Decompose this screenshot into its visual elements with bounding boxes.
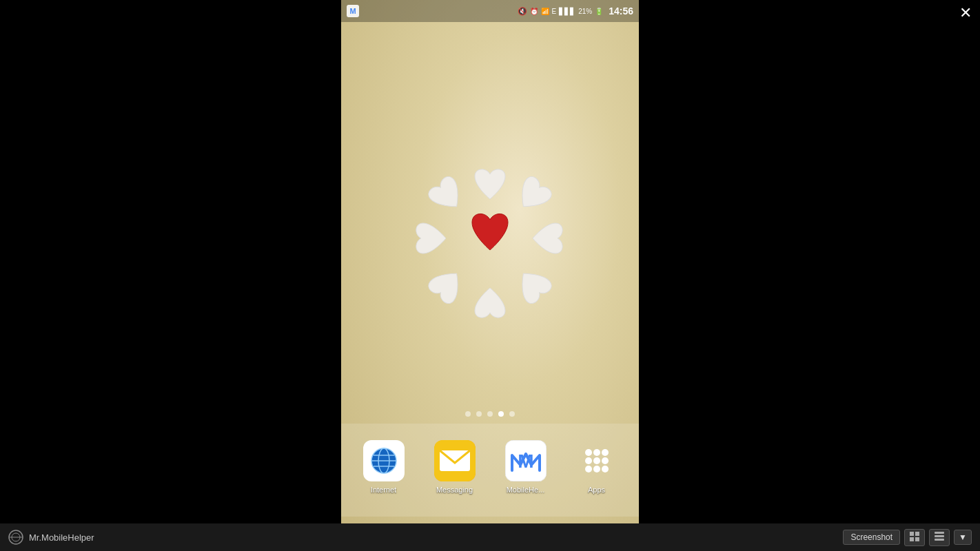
branding-name: Mr.MobileHelper <box>29 532 94 543</box>
svg-rect-28 <box>935 532 944 534</box>
screenshot-button[interactable]: Screenshot <box>843 530 900 545</box>
hearts-area <box>394 156 586 349</box>
page-dot-5[interactable] <box>509 411 515 417</box>
mobilehelper-icon: M <box>505 440 547 481</box>
svg-point-20 <box>602 466 609 472</box>
dock-item-mobilehelper[interactable]: M MobileHe... <box>505 440 547 494</box>
dropdown-button[interactable]: ▼ <box>954 530 972 545</box>
network-type: E <box>552 8 557 15</box>
mute-icon: 🔇 <box>518 7 527 16</box>
page-indicators <box>465 411 515 417</box>
svg-rect-29 <box>935 535 944 537</box>
svg-rect-30 <box>935 539 944 541</box>
alarm-icon: ⏰ <box>530 8 538 15</box>
svg-rect-27 <box>915 537 919 541</box>
messaging-icon <box>434 440 476 481</box>
dock-item-apps[interactable]: Apps <box>576 440 617 494</box>
bottom-right: Screenshot ▼ <box>843 529 972 546</box>
signal-icon: ▋▋▋ <box>559 8 575 15</box>
battery-level: 21% <box>578 8 592 15</box>
bottom-bar: Mr.MobileHelper Screenshot ▼ <box>0 523 980 551</box>
svg-point-12 <box>585 449 592 456</box>
page-dot-4[interactable] <box>498 411 504 417</box>
dock-item-internet[interactable]: Internet <box>363 440 405 494</box>
svg-point-16 <box>593 457 600 464</box>
svg-rect-26 <box>910 537 914 541</box>
svg-point-19 <box>593 466 600 472</box>
page-dot-1[interactable] <box>465 411 471 417</box>
view-toggle-list-button[interactable] <box>929 529 950 546</box>
apps-icon <box>576 440 617 481</box>
svg-point-13 <box>593 449 600 456</box>
apps-label: Apps <box>588 486 605 494</box>
page-dot-3[interactable] <box>487 411 493 417</box>
svg-point-14 <box>602 449 609 456</box>
maps-icon: M <box>347 5 359 17</box>
status-left: M <box>347 5 359 17</box>
svg-rect-25 <box>915 532 919 536</box>
svg-point-18 <box>585 466 592 472</box>
status-bar: M 🔇 ⏰ 📶 E ▋▋▋ 21% 🔋 14:56 <box>341 0 639 22</box>
close-button[interactable]: ✕ <box>959 6 972 21</box>
page-dot-2[interactable] <box>476 411 482 417</box>
mobilehelper-label: MobileHe... <box>507 486 545 494</box>
svg-point-17 <box>602 457 609 464</box>
phone-container: M 🔇 ⏰ 📶 E ▋▋▋ 21% 🔋 14:56 <box>341 0 639 523</box>
dock-item-messaging[interactable]: Messaging <box>434 440 476 494</box>
dock: Internet Messaging <box>341 424 639 517</box>
messaging-label: Messaging <box>436 486 473 494</box>
svg-point-15 <box>585 457 592 464</box>
status-right: 🔇 ⏰ 📶 E ▋▋▋ 21% 🔋 14:56 <box>518 6 634 17</box>
svg-rect-24 <box>910 532 914 536</box>
status-time: 14:56 <box>609 6 633 17</box>
internet-icon <box>363 440 405 481</box>
view-toggle-grid-button[interactable] <box>904 529 925 546</box>
branding: Mr.MobileHelper <box>8 530 94 545</box>
svg-text:M: M <box>349 7 356 15</box>
phone-screen: M 🔇 ⏰ 📶 E ▋▋▋ 21% 🔋 14:56 <box>341 0 639 523</box>
battery-icon: 🔋 <box>595 8 603 15</box>
wifi-icon: 📶 <box>541 8 549 15</box>
internet-label: Internet <box>371 486 396 494</box>
branding-icon <box>8 530 23 545</box>
